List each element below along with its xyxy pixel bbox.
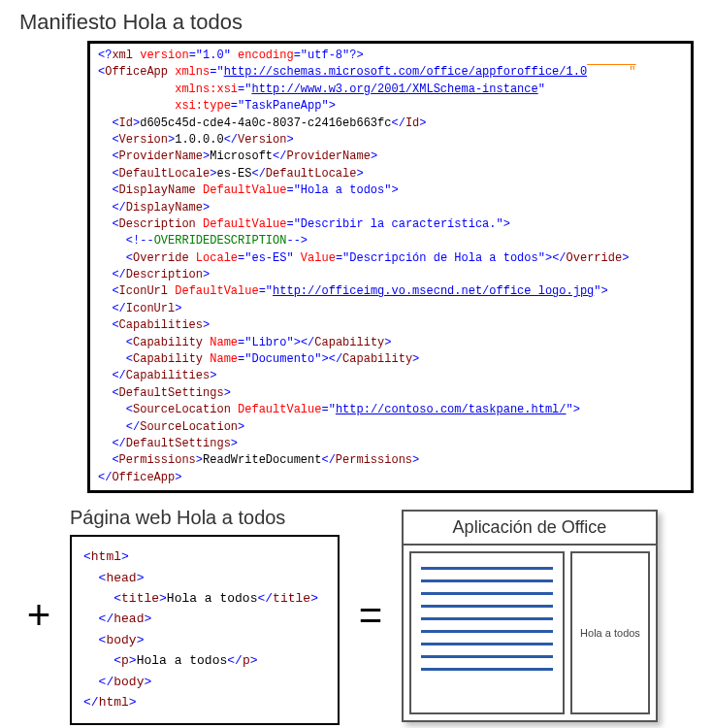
doc-line xyxy=(421,630,553,633)
app-mock-title: Aplicación de Office xyxy=(404,512,656,546)
equation-row: + Página web Hola a todos <html> <head> … xyxy=(19,507,694,725)
equals-symbol: = xyxy=(351,592,390,639)
doc-line xyxy=(421,592,553,595)
doc-line xyxy=(421,643,553,645)
webpage-code: <html> <head> <title>Hola a todos</title… xyxy=(70,535,340,725)
manifest-code: <?xml version="1.0" encoding="utf-8"?> <… xyxy=(87,41,694,493)
office-app-mock: Aplicación de Office Hola a todos xyxy=(402,510,658,722)
webpage-title: Página web Hola a todos xyxy=(70,507,340,529)
document-area xyxy=(409,551,565,714)
doc-line xyxy=(421,567,553,570)
doc-line xyxy=(421,668,553,671)
manifest-title: Manifiesto Hola a todos xyxy=(19,10,694,35)
doc-line xyxy=(421,617,553,620)
doc-line xyxy=(421,655,553,658)
doc-line xyxy=(421,579,553,582)
plus-symbol: + xyxy=(19,592,58,639)
task-pane: Hola a todos xyxy=(570,551,650,714)
doc-line xyxy=(421,605,553,608)
